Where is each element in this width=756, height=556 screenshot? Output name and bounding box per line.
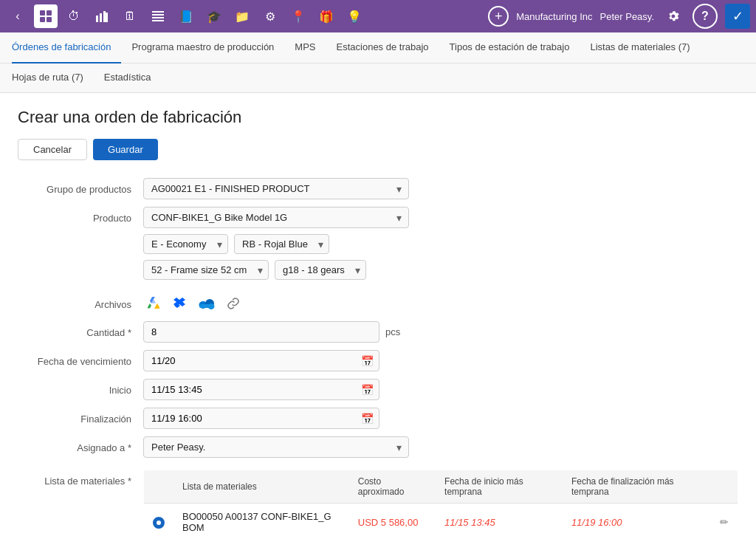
tertiary-nav: Hojas de ruta (7) Estadística	[0, 64, 756, 93]
nav-programa[interactable]: Programa maestro de producción	[121, 32, 284, 64]
vencimiento-wrapper: 📅	[143, 350, 379, 371]
inicio-wrapper: 📅	[143, 379, 379, 400]
bom-edit-cell[interactable]: ✏	[711, 504, 738, 541]
svg-rect-4	[96, 16, 98, 22]
bom-col-end: Fecha de finalización más temprana	[563, 470, 711, 504]
help-button[interactable]: ?	[693, 4, 718, 29]
chart-icon[interactable]	[90, 4, 114, 28]
nav-estadistica[interactable]: Estadística	[94, 64, 162, 93]
asignado-select[interactable]: Peter Peasy.	[143, 436, 409, 458]
bom-col-start: Fecha de inicio más temprana	[436, 470, 563, 504]
svg-rect-2	[40, 17, 45, 22]
user-name: Peter Peasy.	[600, 11, 654, 22]
bom-radio-cell[interactable]	[144, 504, 174, 541]
settings-icon[interactable]	[662, 4, 685, 28]
bom-start-cell: 11/15 13:45	[436, 504, 563, 541]
quantity-field: pcs	[143, 321, 409, 343]
onedrive-icon[interactable]	[196, 293, 217, 314]
asignado-select-wrapper: Peter Peasy.	[143, 436, 409, 458]
nav-right: + Manufacturing Inc Peter Peasy. ? ✓	[488, 4, 750, 29]
calendar-icon[interactable]: 🗓	[118, 4, 142, 28]
quantity-input-row: pcs	[143, 321, 409, 343]
vencimiento-row: Fecha de vencimiento 📅	[18, 350, 738, 371]
grid-icon[interactable]	[34, 4, 58, 28]
secondary-nav: Órdenes de fabricación Programa maestro …	[0, 32, 756, 64]
book-icon[interactable]: 📘	[174, 4, 198, 28]
product-select[interactable]: CONF-BIKE1_G Bike Model 1G	[143, 207, 409, 228]
variant3-select[interactable]: 52 - Frame size 52 cm	[143, 260, 269, 280]
folder-icon[interactable]: 📁	[230, 4, 254, 28]
svg-rect-10	[152, 14, 164, 16]
svg-rect-1	[47, 10, 52, 16]
bom-row-1: BO00050 A00137 CONF-BIKE1_G BOM USD 5 58…	[144, 504, 738, 541]
inicio-row: Inicio 📅	[18, 379, 738, 400]
nav-mps[interactable]: MPS	[284, 32, 326, 64]
variant2-select[interactable]: RB - Rojal Blue	[234, 234, 329, 254]
archivos-row: Archivos	[18, 293, 738, 314]
product-row: Producto CONF-BIKE1_G Bike Model 1G E - …	[18, 207, 738, 286]
variant4-select[interactable]: g18 - 18 gears	[275, 260, 366, 280]
save-button-top[interactable]: Guardar	[93, 139, 158, 160]
bom-col-name: Lista de materiales	[173, 470, 349, 504]
svg-rect-9	[152, 11, 164, 13]
check-button[interactable]: ✓	[725, 4, 750, 29]
svg-rect-3	[47, 17, 52, 22]
product-group-field: AG00021 E1 - FINISHED PRODUCT	[143, 178, 409, 199]
nav-ordenes[interactable]: Órdenes de fabricación	[12, 32, 121, 64]
variant4-wrapper: g18 - 18 gears	[275, 260, 366, 280]
link-icon[interactable]	[223, 293, 244, 314]
finalizacion-input[interactable]	[143, 408, 379, 429]
product-label: Producto	[18, 207, 143, 224]
cancel-button-top[interactable]: Cancelar	[18, 139, 87, 160]
product-field: CONF-BIKE1_G Bike Model 1G E - Economy R…	[143, 207, 409, 286]
asignado-field: Peter Peasy.	[143, 436, 409, 458]
nav-tipos-estacion[interactable]: Tipos de estación de trabajo	[439, 32, 580, 64]
inicio-label: Inicio	[18, 379, 143, 396]
svg-rect-11	[152, 17, 164, 18]
nav-estaciones[interactable]: Estaciones de trabajo	[326, 32, 439, 64]
bulb-icon[interactable]: 💡	[343, 4, 366, 28]
finalizacion-field: 📅	[143, 408, 409, 429]
list-icon[interactable]	[146, 4, 170, 28]
quantity-label: Cantidad *	[18, 321, 143, 338]
main-content: Crear una orden de fabricación Cancelar …	[0, 93, 756, 556]
nav-listas[interactable]: Listas de materiales (7)	[580, 32, 700, 64]
nav-hojas[interactable]: Hojas de ruta (7)	[12, 64, 94, 93]
bom-col-cost: Costo aproximado	[349, 470, 436, 504]
company-name: Manufacturing Inc	[516, 11, 592, 22]
product-group-select[interactable]: AG00021 E1 - FINISHED PRODUCT	[143, 178, 409, 199]
hat-icon[interactable]: 🎓	[202, 4, 226, 28]
product-group-select-wrapper: AG00021 E1 - FINISHED PRODUCT	[143, 178, 409, 199]
location-icon[interactable]: 📍	[286, 4, 310, 28]
product-group-label: Grupo de productos	[18, 178, 143, 195]
form: Grupo de productos AG00021 E1 - FINISHED…	[18, 178, 738, 541]
archivos-field	[143, 293, 409, 314]
bom-col-actions	[711, 470, 738, 504]
vencimiento-input[interactable]	[143, 350, 379, 371]
vencimiento-label: Fecha de vencimiento	[18, 350, 143, 367]
product-select-wrapper: CONF-BIKE1_G Bike Model 1G	[143, 207, 409, 228]
svg-rect-16	[199, 304, 214, 308]
gift-icon[interactable]: 🎁	[315, 4, 338, 28]
gear-icon[interactable]: ⚙	[258, 4, 282, 28]
quantity-row: Cantidad * pcs	[18, 321, 738, 343]
variant1-select[interactable]: E - Economy	[143, 234, 228, 254]
google-drive-icon[interactable]	[143, 293, 164, 314]
clock-icon[interactable]: ⏱	[62, 4, 86, 28]
back-icon[interactable]: ‹	[6, 4, 30, 28]
dropbox-icon[interactable]	[170, 293, 190, 314]
bom-row: Lista de materiales * Lista de materiale…	[18, 470, 738, 541]
bom-label: Lista de materiales *	[18, 470, 143, 487]
asignado-row: Asignado a * Peter Peasy.	[18, 436, 738, 458]
nav-icons: ‹ ⏱ 🗓 📘 🎓 📁 ⚙ 📍 🎁 💡	[6, 4, 485, 28]
inicio-input[interactable]	[143, 379, 379, 400]
bom-radio-button[interactable]	[153, 517, 165, 529]
quantity-input[interactable]	[143, 321, 379, 343]
svg-rect-12	[152, 20, 164, 21]
svg-rect-8	[106, 13, 108, 22]
edit-icon[interactable]: ✏	[720, 516, 729, 528]
bom-name-cell: BO00050 A00137 CONF-BIKE1_G BOM	[173, 504, 349, 541]
variant-row-1: E - Economy RB - Rojal Blue	[143, 234, 409, 254]
plus-button[interactable]: +	[488, 6, 509, 27]
unit-label: pcs	[385, 326, 400, 337]
